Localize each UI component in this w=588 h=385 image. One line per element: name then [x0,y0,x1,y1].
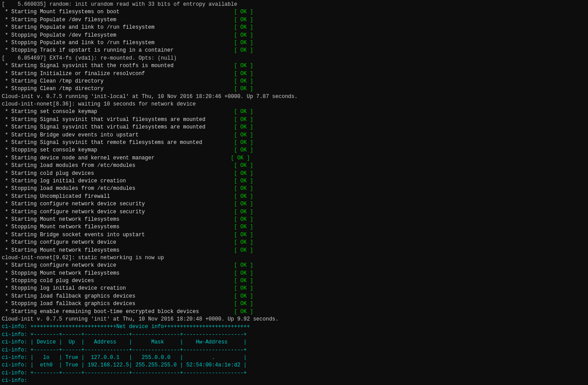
terminal-line-29: * Stopping Mount network filesystems [ O… [2,223,586,231]
terminal-line-40: * Starting enable remaining boot-time en… [2,308,586,316]
terminal-line-42: ci-info: +++++++++++++++++++++++++++Net … [2,323,586,331]
terminal-line-8: * Starting Signal sysvinit that the root… [2,62,586,70]
terminal-line-15: * Starting Signal sysvinit that virtual … [2,116,586,124]
terminal-line-35: * Stopping Mount network filesystems [ O… [2,270,586,277]
terminal-line-10: * Starting Clean /tmp directory [ OK ] [2,78,586,85]
terminal-line-31: * Starting configure network device [ OK… [2,239,586,246]
terminal-line-4: * Stopping Populate /dev filesystem [ OK… [2,32,586,39]
terminal-line-45: ci-info: +--------+------+--------------… [2,347,586,354]
terminal-line-22: * Starting cold plug devices [ OK ] [2,170,586,177]
terminal-line-18: * Starting Signal sysvinit that remote f… [2,139,586,147]
terminal-line-41: Cloud-init v. 0.7.5 running 'init' at Th… [2,316,586,323]
terminal-content[interactable]: [ 5.660035] random: init urandom read wi… [2,1,586,385]
terminal-line-25: * Starting Uncomplicated firewall [ OK ] [2,193,586,200]
terminal-line-7: [ 6.054697] EXT4-fs (vda1): re-mounted. … [2,55,586,62]
terminal-line-44: ci-info: | Device | Up | Address | Mask … [2,339,586,346]
terminal-line-34: * Starting configure network device [ OK… [2,262,586,269]
terminal-line-13: cloud-init-nonet[8.36]: waiting 10 secon… [2,101,586,108]
terminal-line-33: cloud-init-nonet[9.62]: static networkin… [2,254,586,262]
terminal-line-9: * Starting Initialize or finalize resolv… [2,70,586,78]
terminal-line-2: * Starting Populate /dev filesystem [ OK… [2,16,586,24]
terminal-line-6: * Stopping Track if upstart is running i… [2,47,586,54]
terminal-line-49: ci-info: [2,377,586,385]
terminal-line-12: Cloud-init v. 0.7.5 running 'init-local'… [2,93,586,101]
terminal-line-38: * Starting load fallback graphics device… [2,293,586,300]
terminal-line-30: * Starting Bridge socket events into ups… [2,231,586,239]
terminal-line-27: * Starting configure network device secu… [2,208,586,216]
terminal-line-14: * Starting set console keymap [ OK ] [2,108,586,116]
terminal-line-21: * Starting load modules from /etc/module… [2,162,586,170]
terminal-line-24: * Stopping load modules from /etc/module… [2,185,586,192]
terminal-line-37: * Stopping log initial device creation [… [2,285,586,292]
terminal-line-3: * Starting Populate and link to /run fil… [2,24,586,31]
terminal-line-28: * Starting Mount network filesystems [ O… [2,216,586,223]
terminal-line-1: * Starting Mount filesystems on boot [ O… [2,8,586,16]
terminal-line-17: * Starting Bridge udev events into upsta… [2,132,586,139]
terminal-line-19: * Stopping set console keymap [ OK ] [2,147,586,154]
terminal-line-36: * Stopping cold plug devices [ OK ] [2,277,586,285]
terminal-line-11: * Stopping Clean /tmp directory [ OK ] [2,85,586,93]
terminal-window: [ 5.660035] random: init urandom read wi… [0,0,588,385]
terminal-line-47: ci-info: | eth0 | True | 192.168.122.5| … [2,362,586,369]
terminal-line-46: ci-info: | lo | True | 127.0.0.1 | 255.0… [2,354,586,362]
terminal-line-0: [ 5.660035] random: init urandom read wi… [2,1,586,8]
terminal-line-26: * Starting configure network device secu… [2,200,586,208]
terminal-line-32: * Starting Mount network filesystems [ O… [2,247,586,254]
terminal-line-39: * Stopping load fallback graphics device… [2,300,586,308]
terminal-line-43: ci-info: +--------+------+--------------… [2,331,586,339]
terminal-line-48: ci-info: +--------+------+--------------… [2,370,586,377]
terminal-line-20: * Starting device node and kernel event … [2,155,586,162]
terminal-line-16: * Starting Signal sysvinit that virtual … [2,124,586,131]
terminal-line-5: * Stopping Populate and link to /run fil… [2,39,586,47]
terminal-line-23: * Starting log initial device creation [… [2,177,586,185]
